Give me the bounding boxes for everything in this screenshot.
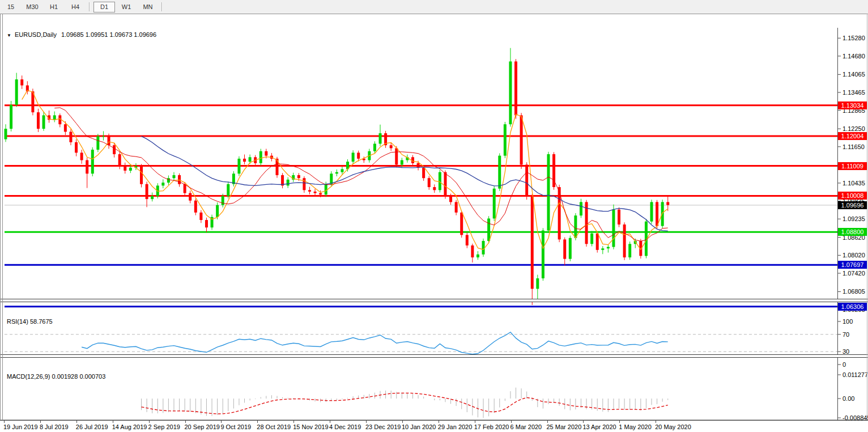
candles-series xyxy=(5,48,670,305)
price-tick-label: 1.09235 xyxy=(843,215,868,223)
date-axis-tick xyxy=(439,421,439,423)
price-tick-label: 1.14065 xyxy=(843,70,868,78)
chart-ohlc-quotes: 1.09685 1.09951 1.09673 1.09696 xyxy=(61,31,156,38)
date-label: 15 Nov 2019 xyxy=(293,423,328,430)
timeframe-button-w1[interactable]: W1 xyxy=(116,2,137,12)
date-label: 13 Apr 2020 xyxy=(582,423,616,430)
macd-indicator-label: MACD(12,26,9) 0.001928 0.000703 xyxy=(7,373,105,380)
price-axis-separator xyxy=(837,28,838,420)
date-label: 28 Oct 2019 xyxy=(257,423,291,430)
date-axis-tick xyxy=(4,421,5,423)
macd-histogram xyxy=(142,388,668,418)
date-axis-tick xyxy=(656,421,656,423)
date-label: 25 Mar 2020 xyxy=(547,423,582,430)
price-tick-label: 1.12250 xyxy=(843,125,868,133)
window-right-edge xyxy=(867,14,867,420)
date-axis-tick xyxy=(257,421,258,423)
date-label: 20 May 2020 xyxy=(655,423,691,430)
pane-splitter-rsi[interactable] xyxy=(0,299,868,302)
date-axis-tick xyxy=(583,421,584,423)
price-tick-label: 1.11650 xyxy=(843,143,868,151)
date-axis-tick xyxy=(402,421,403,423)
trading-terminal: 15M30H1H4D1W1MN ▼EURUSD,Daily1.09685 1.0… xyxy=(0,0,868,432)
date-axis-tick xyxy=(475,421,475,423)
date-label: 29 Jan 2020 xyxy=(438,423,473,430)
price-tick-label: 1.08020 xyxy=(843,251,868,259)
price-level-badge: 1.12004 xyxy=(838,132,867,140)
toolbar-separator xyxy=(161,2,163,11)
price-level-badge: 1.07697 xyxy=(838,261,867,269)
rsi-pane[interactable] xyxy=(0,315,868,368)
rsi-tick-label: 70 xyxy=(843,331,868,338)
timeframe-button-h4[interactable]: H4 xyxy=(65,2,86,12)
macd-tick-label: 0.011277 xyxy=(843,371,868,379)
rsi-indicator-label: RSI(14) 58.7675 xyxy=(7,318,53,325)
timeframe-button-m30[interactable]: M30 xyxy=(22,2,42,12)
price-level-badge: 1.13034 xyxy=(838,101,867,109)
price-level-badge: 1.11009 xyxy=(838,162,867,170)
window-left-edge-inner xyxy=(2,14,3,420)
window-left-edge xyxy=(0,14,1,420)
date-label: 19 Jun 2019 xyxy=(3,423,38,430)
date-axis-tick xyxy=(293,421,294,423)
chart-window[interactable]: ▼EURUSD,Daily1.09685 1.09951 1.09673 1.0… xyxy=(0,14,868,420)
price-tick-label: 1.15280 xyxy=(843,34,868,42)
toolbar-separator xyxy=(89,2,90,11)
date-label: 23 Dec 2019 xyxy=(365,423,401,430)
timeframe-button-15[interactable]: 15 xyxy=(1,2,21,12)
price-tick-label: 1.07420 xyxy=(843,269,868,277)
date-axis-tick xyxy=(185,421,186,423)
date-label: 14 Aug 2019 xyxy=(112,423,147,430)
date-axis-tick xyxy=(149,421,150,423)
price-tick-label: 1.06805 xyxy=(843,287,868,295)
timeframe-toolbar: 15M30H1H4D1W1MN xyxy=(0,0,868,14)
chart-title: ▼EURUSD,Daily1.09685 1.09951 1.09673 1.0… xyxy=(7,31,156,38)
date-label: 9 Oct 2019 xyxy=(220,423,251,430)
timeframe-button-h1[interactable]: H1 xyxy=(44,2,64,12)
date-axis-tick xyxy=(547,421,548,423)
date-label: 8 Jul 2019 xyxy=(40,423,69,430)
timeframe-button-d1[interactable]: D1 xyxy=(93,2,115,12)
date-axis-tick xyxy=(330,421,330,423)
date-axis-tick xyxy=(40,421,41,423)
date-axis-tick xyxy=(511,421,512,423)
date-axis-tick xyxy=(221,421,222,423)
current-price-badge: 1.09696 xyxy=(838,201,867,209)
price-tick-label: 1.14680 xyxy=(843,52,868,60)
price-level-badge: 1.08800 xyxy=(838,228,867,236)
rsi-line xyxy=(82,332,668,354)
price-tick-label: 1.13465 xyxy=(843,88,868,96)
main-chart-plot[interactable] xyxy=(0,28,868,312)
timeframe-button-mn[interactable]: MN xyxy=(138,2,158,12)
macd-signal-line xyxy=(142,393,668,414)
moving-average-4 xyxy=(22,90,668,249)
date-label: 2 Sep 2019 xyxy=(148,423,180,430)
price-tick-label: 1.10435 xyxy=(843,179,868,187)
date-label: 26 Jul 2019 xyxy=(76,423,108,430)
date-axis-tick xyxy=(76,421,77,423)
pane-splitter-macd[interactable] xyxy=(0,354,868,358)
price-level-badge: 1.06306 xyxy=(838,303,867,311)
moving-average-26 xyxy=(142,136,668,231)
date-label: 1 May 2020 xyxy=(619,423,651,430)
date-label: 4 Dec 2019 xyxy=(329,423,361,430)
date-label: 20 Sep 2019 xyxy=(185,423,220,430)
macd-tick-label: 0.00 xyxy=(843,395,868,403)
rsi-tick-label: 0 xyxy=(843,361,868,369)
date-axis-tick xyxy=(366,421,367,423)
date-label: 6 Mar 2020 xyxy=(510,423,542,430)
date-label: 17 Feb 2020 xyxy=(474,423,509,430)
price-level-badge: 1.10008 xyxy=(838,192,867,200)
date-label: 10 Jan 2020 xyxy=(402,423,436,430)
chart-symbol-label: EURUSD,Daily xyxy=(15,31,57,38)
date-axis[interactable]: 19 Jun 20198 Jul 201926 Jul 201914 Aug 2… xyxy=(0,420,868,432)
date-axis-tick xyxy=(619,421,620,423)
chart-dropdown-arrow[interactable]: ▼ xyxy=(7,33,11,38)
rsi-tick-label: 100 xyxy=(843,317,868,325)
macd-pane[interactable] xyxy=(0,370,868,420)
date-axis-tick xyxy=(113,421,113,423)
